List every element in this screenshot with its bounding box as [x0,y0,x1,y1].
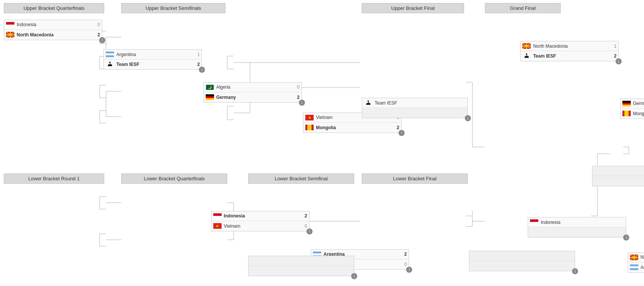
csgo-icon [106,60,114,69]
svg-point-72 [367,100,369,102]
team-name: Argentina [116,52,193,57]
lbs-match: i [248,256,354,276]
team-row: North Macedonia [628,253,644,263]
ubq-match-1: Indonesia 0 North Macedonia 2 i [4,20,102,40]
ubf-match: Team IESF i [362,98,468,118]
team-name: Germany [216,95,293,100]
score: 1 [611,44,616,49]
info-badge[interactable]: i [306,228,313,234]
score: 0 [294,84,300,90]
team-row: 1 [592,166,644,176]
csgo-icon [522,52,531,60]
team-name: North Macedonia [17,32,93,38]
ubf-label: Upper Bracket Final [362,3,464,13]
info-badge[interactable]: i [299,100,305,106]
svg-point-68 [526,53,528,55]
team-row: Indonesia 2 [211,211,309,221]
flag-germany [206,94,214,100]
flag-indonesia [213,213,222,219]
team-row [592,176,644,186]
info-badge[interactable]: i [572,268,578,274]
team-name: Indonesia [541,220,617,225]
team-row [528,227,626,237]
lbq-header: Lower Bracket Quarterfinals [121,173,227,187]
svg-rect-69 [622,111,625,116]
score: 2 [194,62,200,67]
flag-germany [622,101,631,106]
score: 0 [95,22,100,27]
team-row: Germany [621,99,644,109]
info-badge[interactable]: i [99,37,105,43]
team-row: North Macedonia 1 [521,41,618,51]
team-name: Mongolia [316,125,392,130]
team-row [362,108,467,118]
lbf-match: i [469,251,575,271]
ubq-header: Upper Bracket Quarterfinals [4,3,104,16]
ubs-label: Upper Bracket Semifinals [121,3,225,13]
team-row [469,251,575,261]
team-row: Team IESF [362,98,467,108]
team-name: Team IESF [533,53,610,59]
team-row: Argentina [628,263,644,272]
flag-indonesia [530,219,538,225]
team-name: North Macedonia [641,255,644,260]
score: 0 [302,223,307,229]
team-name: Team IESF [375,100,459,106]
team-name: Argentina [641,265,644,270]
lbr1-match-1: Indonesia 2 ★ Vietnam 0 i [211,211,309,231]
lbq-label: Lower Bracket Quarterfinals [121,173,227,184]
team-row: Team IESF 2 [104,59,202,69]
score: 0 [402,262,407,267]
info-badge[interactable]: i [351,273,357,279]
flag-argentina [106,52,114,57]
team-row [249,256,354,266]
svg-point-59 [109,62,111,63]
info-badge[interactable]: i [623,234,629,241]
lbf-header: Lower Bracket Final [362,173,468,187]
ubf-header: Upper Bracket Final [362,3,464,16]
team-row: Team IESF 2 [521,51,618,61]
ubq-match-3: 🌙 Algeria 0 Germany 2 i [203,82,302,103]
info-badge[interactable]: i [616,58,622,64]
team-row: Argentina 1 [104,50,202,59]
flag-mongolia [622,111,631,116]
ubq-match-2: Argentina 1 Team IESF 2 i [103,49,202,70]
info-badge[interactable]: i [465,115,471,121]
score: 2 [611,53,616,59]
lbr1-header: Lower Bracket Round 1 [4,173,104,187]
gf-header: Grand Final [485,3,561,16]
flag-north-macedonia [630,255,638,260]
score: 2 [294,95,300,100]
info-badge[interactable]: i [399,130,405,136]
info-badge[interactable]: i [406,267,412,273]
csgo-icon [364,99,372,107]
lbq-match-1: Indonesia i [528,217,626,238]
score: 1 [194,52,200,57]
team-row: North Macedonia 2 [4,30,102,40]
svg-rect-70 [624,111,628,116]
svg-rect-60 [305,125,308,130]
info-badge[interactable]: i [199,67,205,73]
team-name: Indonesia [17,22,93,27]
flag-vietnam: ★ [305,115,314,120]
team-name: Germany [633,101,644,106]
lbs-header: Lower Bracket Semifinal [248,173,354,187]
lbq-match-2: North Macedonia Argentina i [628,252,644,273]
score: 2 [394,125,399,130]
team-row [469,261,575,271]
svg-rect-62 [312,125,314,130]
flag-argentina [630,264,638,270]
team-name: Algeria [216,84,293,90]
ubs-header: Upper Bracket Semifinals [121,3,225,16]
score: 2 [402,252,407,257]
lbf-label: Lower Bracket Final [362,173,468,184]
team-row [249,266,354,276]
team-name: Vietnam [224,223,300,229]
team-name: Mongolia [633,111,644,116]
team-row: Indonesia [528,217,626,227]
flag-north-macedonia [522,43,531,49]
flag-mongolia [305,125,314,130]
team-row: Mongolia 2 [303,123,401,133]
flag-algeria: 🌙 [206,84,214,90]
team-row: Indonesia 0 [4,20,102,30]
